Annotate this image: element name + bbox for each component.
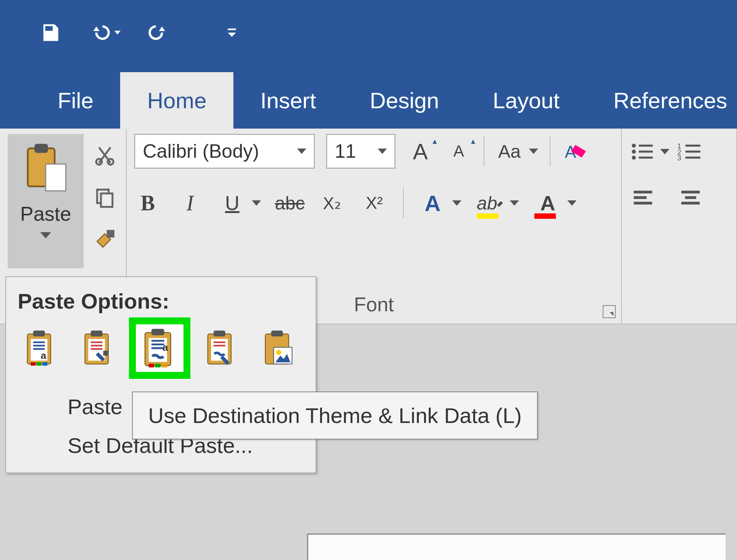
undo-dropdown-icon[interactable] (114, 31, 121, 35)
svg-rect-24 (686, 157, 701, 159)
undo-button[interactable] (88, 23, 121, 42)
svg-rect-20 (686, 145, 701, 147)
paragraph-group: 123 (622, 129, 737, 324)
paste-options-heading: Paste Options: (6, 277, 316, 321)
svg-rect-15 (639, 157, 653, 159)
svg-text:a: a (41, 350, 46, 361)
paste-button[interactable]: Paste (8, 134, 84, 268)
clear-formatting-button[interactable]: A (562, 138, 589, 165)
numbering-button[interactable]: 123 (677, 142, 704, 162)
svg-point-14 (632, 155, 636, 159)
svg-rect-29 (33, 330, 45, 336)
font-size-select[interactable]: 11 (326, 134, 395, 168)
document-page[interactable] (307, 534, 725, 560)
text-effects-button[interactable]: A (419, 190, 461, 216)
font-dialog-launcher[interactable] (603, 305, 616, 318)
svg-rect-2 (35, 144, 48, 153)
font-name-value: Calibri (Body) (143, 140, 259, 162)
shrink-font-button[interactable]: A▴ (445, 138, 472, 165)
copy-button[interactable] (91, 184, 118, 211)
svg-point-63 (276, 350, 281, 355)
chevron-down-icon (452, 200, 461, 206)
italic-button[interactable]: I (177, 190, 203, 216)
paste-options-popup: Paste Options: a a Paste Set Default Pas… (5, 276, 316, 473)
paste-label: Paste (20, 202, 71, 225)
bullets-button[interactable] (630, 142, 669, 162)
paste-option-tooltip: Use Destination Theme & Link Data (L) (132, 392, 538, 439)
svg-rect-52 (149, 364, 154, 368)
svg-rect-25 (681, 191, 700, 193)
chevron-down-icon (252, 200, 261, 206)
svg-rect-54 (162, 364, 167, 368)
format-painter-button[interactable] (91, 226, 118, 253)
font-color-button[interactable]: A (534, 190, 577, 216)
save-icon[interactable] (38, 21, 61, 44)
paste-option-picture[interactable] (256, 325, 302, 371)
svg-rect-46 (151, 329, 164, 335)
chevron-down-icon (378, 149, 387, 154)
svg-point-10 (632, 144, 636, 147)
paste-option-keep-source-link-data[interactable] (198, 325, 244, 371)
svg-rect-61 (271, 330, 283, 336)
svg-rect-27 (681, 202, 700, 205)
svg-rect-37 (42, 362, 47, 366)
chevron-down-icon (510, 200, 519, 206)
align-center-button[interactable] (677, 185, 704, 211)
chevron-down-icon (567, 200, 577, 206)
svg-rect-11 (639, 145, 653, 147)
customize-qat-button[interactable] (220, 21, 243, 44)
redo-button[interactable] (147, 21, 170, 44)
bold-button[interactable]: B (134, 190, 161, 216)
strikethrough-button[interactable]: abc (276, 190, 303, 216)
svg-rect-35 (31, 362, 36, 366)
change-case-button[interactable]: Aa (496, 138, 538, 165)
svg-rect-36 (36, 362, 41, 366)
chevron-down-icon (529, 149, 538, 154)
svg-rect-3 (46, 164, 66, 191)
svg-rect-26 (685, 196, 696, 199)
svg-rect-0 (228, 28, 236, 30)
font-name-select[interactable]: Calibri (Body) (134, 134, 315, 168)
svg-rect-56 (213, 330, 225, 336)
font-size-value: 11 (335, 140, 356, 162)
svg-rect-13 (639, 150, 653, 152)
svg-rect-16 (634, 191, 652, 193)
superscript-button[interactable]: X² (361, 190, 388, 216)
svg-text:3: 3 (678, 154, 681, 162)
svg-point-12 (632, 150, 636, 154)
clipboard-icon (23, 142, 69, 195)
svg-rect-7 (101, 193, 112, 207)
cut-button[interactable] (91, 142, 118, 168)
tab-file[interactable]: File (31, 72, 120, 129)
svg-rect-8 (107, 230, 114, 238)
tab-insert[interactable]: Insert (233, 72, 343, 129)
tab-references[interactable]: References (587, 72, 737, 129)
align-left-button[interactable] (630, 185, 656, 211)
tab-design[interactable]: Design (343, 72, 466, 129)
paste-dropdown-icon[interactable] (40, 232, 51, 238)
underline-button[interactable]: U (219, 190, 261, 216)
quick-access-toolbar (0, 0, 737, 65)
highlight-color-button[interactable]: ab (477, 190, 519, 216)
svg-text:a: a (162, 342, 168, 353)
ribbon-tabs: File Home Insert Design Layout Reference… (0, 65, 737, 129)
svg-rect-53 (155, 364, 160, 368)
tab-home[interactable]: Home (120, 72, 233, 129)
svg-rect-44 (103, 351, 108, 356)
tab-layout[interactable]: Layout (466, 72, 587, 129)
grow-font-button[interactable]: A▴ (407, 138, 434, 165)
paste-option-keep-source-formatting[interactable]: a (18, 325, 64, 371)
chevron-down-icon (660, 149, 669, 154)
svg-rect-17 (634, 196, 647, 199)
svg-rect-18 (634, 202, 652, 205)
svg-rect-22 (686, 150, 701, 152)
paste-option-use-destination-theme-link-data[interactable]: a (129, 317, 190, 379)
subscript-button[interactable]: X₂ (319, 190, 345, 216)
svg-rect-39 (91, 330, 102, 336)
paste-option-merge-formatting[interactable] (75, 325, 121, 371)
chevron-down-icon (297, 149, 306, 154)
